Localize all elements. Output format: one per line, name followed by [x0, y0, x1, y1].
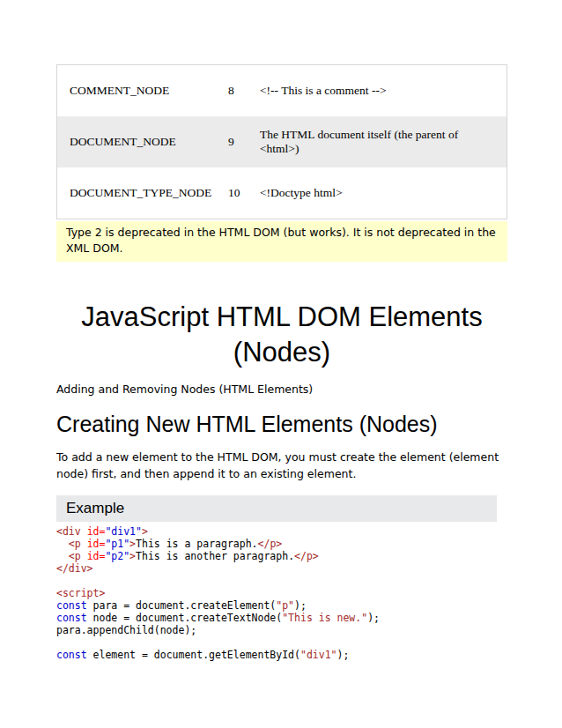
code-line: const element = document.getElementById(…	[56, 649, 507, 661]
table-row: DOCUMENT_TYPE_NODE10<!Doctype html>	[57, 167, 507, 219]
code-token-tag: <script>	[56, 587, 105, 599]
code-token-plain: This is a paragraph.	[136, 538, 257, 550]
code-token-kw: const	[56, 599, 87, 612]
code-token-val: "div1"	[105, 525, 142, 538]
node-name-cell: DOCUMENT_TYPE_NODE	[57, 167, 229, 219]
code-token-plain: );	[294, 599, 307, 612]
code-token-tag: >	[129, 550, 136, 562]
node-table-body: COMMENT_NODE8<!-- This is a comment -->D…	[57, 65, 507, 219]
code-line	[56, 636, 507, 649]
code-token-str: "div1"	[300, 649, 337, 661]
node-name-cell: COMMENT_NODE	[57, 65, 229, 117]
example-header: Example	[56, 495, 497, 522]
code-line: <p id="p1">This is a paragraph.</p>	[56, 538, 507, 550]
code-token-plain: para.appendChild(node);	[56, 624, 196, 636]
code-token-val: "p2"	[105, 550, 129, 562]
code-token-tag: <div	[56, 525, 87, 538]
code-token-attr: id=	[87, 550, 106, 562]
code-token-kw: const	[56, 649, 87, 661]
example-label: Example	[66, 500, 124, 517]
document-page: COMMENT_NODE8<!-- This is a comment -->D…	[0, 0, 562, 728]
intro-paragraph: To add a new element to the HTML DOM, yo…	[56, 449, 507, 482]
node-value-cell: 10	[228, 167, 260, 219]
page-title: JavaScript HTML DOM Elements (Nodes)	[56, 300, 507, 370]
code-token-tag: >	[129, 538, 136, 550]
code-token-plain: );	[337, 649, 350, 661]
node-description-cell: The HTML document itself (the parent of …	[260, 116, 507, 167]
code-line: <script>	[56, 587, 507, 599]
node-value-cell: 9	[228, 116, 260, 167]
code-token-plain: node = document.createTextNode(	[87, 612, 283, 624]
code-token-tag: <p	[56, 550, 87, 562]
code-token-plain: This is another paragraph.	[136, 550, 294, 562]
deprecation-note: Type 2 is deprecated in the HTML DOM (bu…	[56, 221, 507, 262]
code-line	[56, 575, 507, 587]
code-token-str: "This is new."	[282, 612, 367, 624]
subtitle-text: Adding and Removing Nodes (HTML Elements…	[56, 383, 507, 396]
code-token-tag: </p>	[258, 538, 283, 550]
node-description-cell: <!Doctype html>	[260, 167, 507, 219]
node-name-cell: DOCUMENT_NODE	[57, 116, 229, 167]
code-token-attr: id=	[87, 538, 106, 550]
code-line: <div id="div1">	[56, 525, 507, 538]
code-line: </div>	[56, 562, 507, 575]
table-row: DOCUMENT_NODE9The HTML document itself (…	[57, 116, 507, 167]
code-token-plain: para = document.createElement(	[87, 599, 277, 612]
code-line: <p id="p2">This is another paragraph.</p…	[56, 550, 507, 562]
code-line: const node = document.createTextNode("Th…	[56, 612, 507, 624]
code-token-kw: const	[56, 612, 87, 624]
code-token-attr: id=	[87, 525, 106, 538]
node-value-cell: 8	[228, 65, 260, 117]
code-token-tag: </p>	[294, 550, 319, 562]
node-types-table: COMMENT_NODE8<!-- This is a comment -->D…	[56, 64, 507, 219]
code-token-val: "p1"	[105, 538, 129, 550]
code-token-tag: <p	[56, 538, 87, 550]
code-line: const para = document.createElement("p")…	[56, 599, 507, 612]
section-heading: Creating New HTML Elements (Nodes)	[56, 411, 507, 437]
node-description-cell: <!-- This is a comment -->	[260, 65, 507, 117]
code-block: <div id="div1"> <p id="p1">This is a par…	[56, 525, 507, 661]
code-token-tag: >	[142, 525, 148, 538]
code-token-plain: );	[367, 612, 380, 624]
code-token-plain: element = document.getElementById(	[87, 649, 300, 661]
code-token-tag: </div>	[56, 562, 93, 575]
code-line: para.appendChild(node);	[56, 624, 507, 636]
code-token-str: "p"	[276, 599, 294, 612]
table-row: COMMENT_NODE8<!-- This is a comment -->	[57, 65, 507, 117]
